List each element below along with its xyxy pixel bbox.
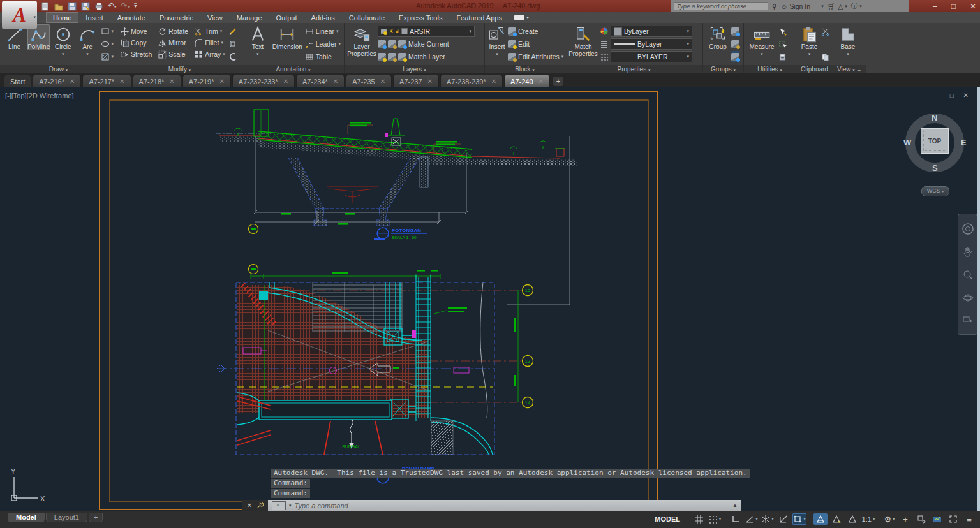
annotation-scale-button[interactable]: 1:1▾ [861,513,875,525]
explode-button[interactable] [228,38,237,50]
autodesk-exchange-icon[interactable]: △▾ [838,3,847,10]
ellipse-button[interactable]: ▾ [101,38,114,50]
leader-button[interactable]: Leader▾ [305,38,341,50]
linetype-icon[interactable] [600,51,609,62]
match-layer-button[interactable]: Match Layer [378,51,475,62]
command-history-toggle[interactable]: ▲ [732,502,738,508]
close-tab-icon[interactable]: ✕ [538,78,544,85]
annotation-panel-label[interactable]: Annotation ▾ [242,65,344,73]
menu-tab-parametric[interactable]: Parametric [152,12,200,23]
search-icon[interactable]: ⚲ [772,3,777,10]
menu-tab-express-tools[interactable]: Express Tools [392,12,449,23]
isodraft-toggle[interactable]: ▾ [761,513,775,525]
qat-customize-icon[interactable]: ▾̅ [134,3,137,9]
color-dropdown[interactable]: ByLayer▾ [611,26,692,37]
open-file-icon[interactable] [54,2,63,11]
viewcube-south[interactable]: S [932,163,938,173]
viewcube-top-face[interactable]: TOP [921,128,949,154]
close-tab-icon[interactable]: ✕ [333,78,338,85]
file-tab-a7-219-[interactable]: A7-219*✕ [182,75,231,87]
edit-attributes-button[interactable]: Edit Attributes▾ [508,51,563,62]
block-panel-label[interactable]: Block ▾ [485,65,565,73]
layers-panel-label[interactable]: Layers ▾ [345,65,484,73]
linetype-dropdown[interactable]: BYLAYER▾ [611,51,692,62]
clean-screen-button[interactable] [946,513,960,525]
group-selection-toggle[interactable] [731,51,739,62]
wcs-menu[interactable]: WCS ▾ [921,186,949,196]
orbit-icon[interactable] [962,292,974,304]
viewcube-west[interactable]: W [903,138,911,147]
viewcube-east[interactable]: E [961,138,967,147]
linear-button[interactable]: Linear▾ [305,26,341,37]
pan-icon[interactable] [962,246,974,258]
menu-tab-view[interactable]: View [200,12,230,23]
viewcube-north[interactable]: N [932,113,937,122]
circle-button[interactable]: Circle▾ [52,24,74,57]
cut-button[interactable] [821,26,829,37]
close-tab-icon[interactable]: ✕ [119,78,124,85]
rectangle-button[interactable]: ▾ [101,26,114,37]
restore-button[interactable]: □ [951,2,956,11]
layout1-tab[interactable]: Layout1 [46,513,87,522]
create-block-button[interactable]: Create [508,26,563,37]
file-tab-a7-218-[interactable]: A7-218*✕ [133,75,181,87]
array-button[interactable]: Array▾ [195,48,225,60]
file-tab-a7-216-[interactable]: A7-216*✕ [33,75,81,87]
mirror-button[interactable]: Mirror [158,37,188,48]
group-edit-button[interactable] [731,38,739,50]
file-tab-a7-217-[interactable]: A7-217*✕ [82,75,131,87]
minimize-button[interactable]: – [933,2,937,11]
properties-panel-label[interactable]: Properties ▾ [565,65,702,73]
measure-button[interactable]: Measure▾ [747,24,776,57]
move-button[interactable]: Move [121,26,152,37]
app-store-icon[interactable]: 🛒︎ [828,3,835,10]
command-close-icon[interactable]: ✕ [247,502,252,509]
viewport-controls[interactable]: [-][Top][2D Wireframe] [5,92,74,99]
file-tab-start[interactable]: Start [4,75,31,87]
menu-tab-home[interactable]: Home [46,12,78,23]
annotation-autoscale-toggle[interactable] [829,513,843,525]
app-menu-button[interactable]: A ▾ [2,1,37,29]
paste-button[interactable]: Paste▾ [799,24,819,57]
modify-panel-label[interactable]: Modify ▾ [117,65,242,73]
redo-icon[interactable]: ↷▾ [121,2,130,11]
file-tab-a7-234-[interactable]: A7-234*✕ [296,75,345,87]
grid-display-toggle[interactable] [692,513,706,525]
copy-button[interactable]: Copy [121,37,152,48]
text-button[interactable]: Text▾ [246,24,270,57]
zoom-icon[interactable] [962,269,974,281]
close-tab-icon[interactable]: ✕ [491,78,496,85]
new-file-icon[interactable] [41,2,50,11]
ungroup-button[interactable] [731,26,739,37]
model-tab[interactable]: Model [8,513,45,522]
drawing-canvas[interactable]: POTONGAN SKALA 1 : 50 [0,87,980,511]
undo-icon[interactable]: ↶▾ [108,2,117,11]
navigation-wheel-icon[interactable] [961,223,974,235]
menu-tab-output[interactable]: Output [269,12,304,23]
annotation-monitor-toggle[interactable]: + [898,513,912,525]
id-point-button[interactable] [778,38,787,50]
ortho-toggle[interactable] [729,513,743,525]
view-panel-label[interactable]: View ▾ ⌄ [833,65,866,73]
customization-button[interactable]: ≡ [962,513,976,525]
close-tab-icon[interactable]: ✕ [427,78,433,85]
model-space-button[interactable]: MODEL [650,513,685,525]
file-tab-a7-232-233-[interactable]: A7-232-233*✕ [232,75,295,87]
ribbon-display-toggle[interactable]: ▾ [514,12,529,23]
new-layout-tab[interactable]: + [89,513,103,522]
file-tab-a7-240[interactable]: A7-240✕ [504,75,550,87]
show-motion-icon[interactable] [962,314,974,326]
dimension-button[interactable]: Dimension [272,24,303,50]
object-color-icon[interactable] [600,26,609,37]
menu-tab-annotate[interactable]: Annotate [110,12,152,23]
groups-panel-label[interactable]: Groups ▾ [703,65,743,73]
draw-panel-label[interactable]: Draw ▾ [0,65,117,73]
table-button[interactable]: Table [305,51,341,62]
erase-button[interactable] [228,26,237,37]
help-icon[interactable]: ⓘ▾ [851,2,862,11]
quick-calculator-button[interactable] [778,51,787,62]
workspace-switching-button[interactable]: ⚙▾ [882,513,896,525]
search-input[interactable]: Type a keyword or phrase [674,2,768,10]
rotate-button[interactable]: Rotate [158,26,188,37]
fillet-button[interactable]: Fillet▾ [195,37,225,48]
